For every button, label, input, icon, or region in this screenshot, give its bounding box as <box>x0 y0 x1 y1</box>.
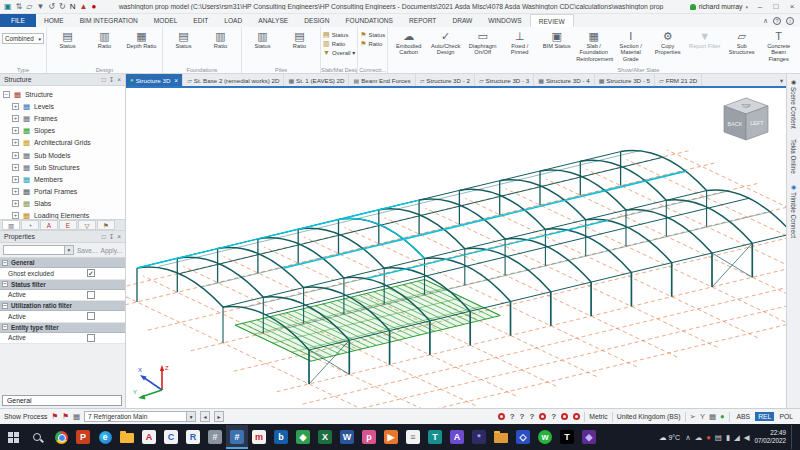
collapse-icon[interactable]: − <box>3 91 10 98</box>
expand-icon[interactable]: + <box>12 188 19 195</box>
view-cube[interactable]: TOP BACK LEFT <box>716 94 776 146</box>
panel-tab-properties[interactable]: ▥ <box>2 220 20 230</box>
ribbon-tab-bim-integration[interactable]: BIM INTEGRATION <box>72 14 146 27</box>
taskbar-app-mathcad[interactable]: m <box>248 425 270 449</box>
ribbon-tab-analyse[interactable]: ANALYSE <box>250 14 296 27</box>
collapse-ribbon-icon[interactable]: ∧ <box>763 17 768 25</box>
status-button[interactable]: ▤Status <box>165 30 202 49</box>
type-combo[interactable]: Combined▾ <box>2 33 44 44</box>
ribbon-tab-windows[interactable]: WINDOWS <box>480 14 529 27</box>
select-icon[interactable]: ➢ <box>690 412 696 421</box>
doc-tab-structure-3d-4[interactable]: ▦Structure 3D - 4 <box>534 74 594 86</box>
overall-button[interactable]: ▼Overall ▾ <box>323 49 355 56</box>
taskbar-app-cluster[interactable]: ◆ <box>578 425 600 449</box>
expand-icon[interactable]: + <box>12 115 19 122</box>
maximize-button[interactable]: □ <box>768 0 784 13</box>
checkbox-unchecked[interactable] <box>87 334 95 342</box>
weather-widget[interactable]: ☁ 9°C <box>659 433 680 442</box>
model-viewport[interactable]: TOP BACK LEFT Z X Y <box>126 86 786 408</box>
taskbar-app-notes[interactable]: ≡ <box>402 425 424 449</box>
depth-ratio-button[interactable]: ▦Depth Ratio <box>123 30 160 49</box>
panel-tab-annotate[interactable]: A <box>40 220 58 230</box>
coord-mode-rel[interactable]: REL <box>755 412 774 421</box>
slab-foundation-reinforcement-button[interactable]: ▦Slab / Foundation Reinforcement <box>575 30 612 62</box>
ratio-button[interactable]: ▥Ratio <box>323 40 355 48</box>
taskbar-app-tsd-window[interactable]: # <box>204 425 226 449</box>
status-button[interactable]: ⚑Status <box>360 31 385 39</box>
doc-tab-structure-3d-3[interactable]: ▱Structure 3D - 3 <box>475 74 534 86</box>
taskbar-app-chrome[interactable] <box>50 425 72 449</box>
taskbar-app-star-app[interactable]: * <box>468 425 490 449</box>
expand-icon[interactable]: + <box>12 103 19 110</box>
ribbon-tab-review[interactable]: REVIEW <box>530 14 574 27</box>
ribbon-tab-load[interactable]: LOAD <box>216 14 250 27</box>
save-button[interactable]: Save... <box>77 247 98 254</box>
taskbar-app-word[interactable]: W <box>336 425 358 449</box>
section-material-grade-button[interactable]: ISection / Material Grade <box>612 30 649 62</box>
unknown-status-icon[interactable]: ? <box>551 412 556 421</box>
checkbox-unchecked[interactable] <box>87 291 95 299</box>
ribbon-tab-home[interactable]: HOME <box>36 14 72 27</box>
units-label[interactable]: Metric <box>589 413 608 420</box>
taskbar-app-excel[interactable]: X <box>314 425 336 449</box>
pin-panel-icon[interactable]: ↧ <box>109 233 114 241</box>
copy-properties-button[interactable]: ⚙Copy Properties <box>649 30 686 56</box>
error-status-icon[interactable] <box>539 413 546 420</box>
taskbar-app-teams[interactable]: T <box>424 425 446 449</box>
volume-icon[interactable]: ◀ <box>744 433 750 442</box>
unknown-status-icon[interactable]: ? <box>529 412 534 421</box>
status-button[interactable]: ▤Status <box>323 31 355 39</box>
process-select[interactable]: 7 Refrigeration Main ▾ <box>84 411 196 422</box>
close-panel-icon[interactable]: × <box>117 76 121 84</box>
error-status-icon[interactable] <box>573 413 580 420</box>
taskbar-app-folder-2[interactable] <box>490 425 512 449</box>
tree-item-architectural-grids[interactable]: +▦Architectural Grids <box>3 137 125 149</box>
taskbar-app-powerpoint[interactable]: P <box>72 425 94 449</box>
ribbon-tab-edit[interactable]: EDIT <box>185 14 216 27</box>
grid-icon[interactable]: ▦ <box>709 412 716 421</box>
apply-button[interactable]: Apply... <box>100 247 122 254</box>
concrete-beam-flanges-button[interactable]: TConcrete Beam Flanges <box>760 30 797 62</box>
ratio-button[interactable]: ⚑Ratio <box>360 40 385 48</box>
taskbar-app-file-explorer[interactable] <box>116 425 138 449</box>
cloud-icon[interactable]: ☁ <box>695 433 703 442</box>
save-icon[interactable]: ▼ <box>36 3 44 11</box>
start-button[interactable] <box>2 425 24 449</box>
ratio-button[interactable]: ▤Ratio <box>281 30 318 49</box>
help-icon[interactable]: ? <box>773 17 781 25</box>
unknown-status-icon[interactable]: ? <box>510 412 515 421</box>
taskbar-app-autocad[interactable]: A <box>138 425 160 449</box>
tree-item-levels[interactable]: +▦Levels <box>3 100 125 112</box>
expand-icon[interactable]: + <box>12 200 19 207</box>
doc-tab-frm-21-2d[interactable]: ▱FRM 21 2D <box>655 74 702 86</box>
taskbar-app-app-c[interactable]: C <box>160 425 182 449</box>
process-next-button[interactable]: ▸ <box>214 411 224 422</box>
snap-status-icon[interactable]: ● <box>720 412 725 421</box>
ribbon-tab-foundations[interactable]: FOUNDATIONS <box>338 14 402 27</box>
doc-tab-overflow[interactable]: ▾ <box>777 74 786 86</box>
tree-item-portal-frames[interactable]: +▦Portal Frames <box>3 186 125 198</box>
checkbox-unchecked[interactable] <box>87 312 95 320</box>
coord-mode-abs[interactable]: ABS <box>734 412 754 421</box>
panel-tab-results[interactable]: E <box>59 220 77 230</box>
process-prev-button[interactable]: ◂ <box>200 411 210 422</box>
filter-icon[interactable]: Y <box>700 412 705 421</box>
taskbar-app-edge[interactable]: e <box>94 425 116 449</box>
sync-icon[interactable]: ⇅ <box>16 3 23 11</box>
ribbon-tab-file[interactable]: FILE <box>0 14 36 27</box>
undo-icon[interactable]: ↺ <box>48 3 55 11</box>
checkbox-checked[interactable]: ✓ <box>87 269 95 277</box>
panel-tab-filter[interactable]: ▽ <box>78 220 96 230</box>
taskbar-app-tsd-window-active[interactable]: # <box>226 425 248 449</box>
app-logo-icon[interactable]: ▣ <box>4 3 12 11</box>
tree-item-slopes[interactable]: +▦Slopes <box>3 125 125 137</box>
doc-tab-st-base-2-remedial-works-2d[interactable]: ▱St. Base 2 (remedial works) 2D <box>183 74 284 86</box>
close-panel-icon[interactable]: × <box>117 233 121 241</box>
taskbar-app-launcher[interactable]: ▶ <box>380 425 402 449</box>
caret-up-icon[interactable]: ∧ <box>685 433 691 442</box>
close-button[interactable]: × <box>784 0 800 13</box>
property-group-utilization-ratio-filter[interactable]: −Utilization ratio filter <box>0 301 125 311</box>
ribbon-tab-report[interactable]: REPORT <box>401 14 444 27</box>
expand-icon[interactable]: + <box>12 164 19 171</box>
collapse-icon[interactable]: − <box>2 324 8 330</box>
